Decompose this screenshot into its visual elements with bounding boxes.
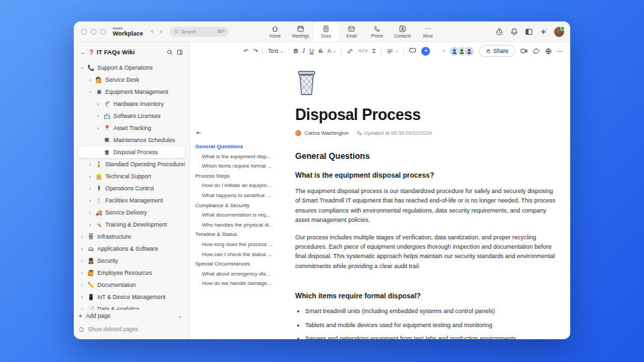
- nav-forward-icon[interactable]: ›: [160, 28, 162, 35]
- close-window-button[interactable]: [81, 29, 87, 35]
- user-avatar[interactable]: [554, 27, 564, 37]
- sidebar-item-documentation[interactable]: ›✏️Documentation: [78, 279, 185, 291]
- show-deleted-pages-button[interactable]: Show deleted pages: [78, 323, 185, 335]
- clock-icon[interactable]: [495, 27, 504, 36]
- sidebar-item-security[interactable]: ›💂Security: [78, 255, 185, 267]
- text-style-dropdown[interactable]: Text ⌄: [268, 48, 283, 54]
- tab-home[interactable]: Home: [262, 21, 288, 42]
- toc-item-what-documentation-is-req[interactable]: What documentation is req...: [195, 210, 293, 221]
- chevron-right-icon[interactable]: ›: [79, 282, 85, 288]
- sidebar-item-facilities-management[interactable]: ›🍴Facilities Management: [78, 194, 185, 206]
- tab-docs[interactable]: Docs: [313, 21, 339, 42]
- global-search-input[interactable]: Search ⌘F: [170, 27, 229, 37]
- toc-item-what-is-the-equipment-disp[interactable]: What is the equipment disp...: [195, 152, 293, 162]
- sidebar-search-icon[interactable]: [166, 49, 173, 56]
- add-page-button[interactable]: + Add page ⌄: [78, 310, 185, 322]
- sidebar-item-asset-tracking[interactable]: ›📍Asset Tracking: [78, 122, 185, 134]
- toc-item-general-questions[interactable]: General Questions: [195, 142, 293, 152]
- collapse-outline-icon[interactable]: ⇤: [197, 129, 293, 136]
- tab-phone[interactable]: Phone: [364, 21, 390, 42]
- sidebar-item-service-delivery[interactable]: ›🚚Service Delivery: [78, 206, 185, 219]
- video-camera-icon[interactable]: [520, 47, 528, 55]
- chevron-right-icon[interactable]: ›: [87, 77, 93, 83]
- toc-item-how-long-does-the-process[interactable]: How long does the process ...: [195, 240, 293, 250]
- toc-item-compliance-security[interactable]: Compliance & Security: [195, 201, 293, 211]
- link-icon[interactable]: [346, 48, 354, 55]
- toc-item-who-handles-the-physical-di[interactable]: Who handles the physical di...: [195, 221, 293, 231]
- chevron-right-icon[interactable]: ›: [87, 222, 93, 228]
- sidebar-item-software-licenses[interactable]: ›📇Software Licenses: [78, 110, 185, 122]
- chevron-right-icon[interactable]: ›: [87, 162, 93, 168]
- chevron-right-icon[interactable]: ›: [79, 234, 85, 240]
- sidebar-panel-icon[interactable]: [176, 49, 183, 56]
- redo-icon[interactable]: ↷: [253, 48, 258, 54]
- chevron-right-icon[interactable]: ›: [79, 258, 85, 264]
- minimize-window-button[interactable]: [91, 29, 97, 35]
- chevron-right-icon[interactable]: ›: [87, 198, 93, 204]
- strikethrough-button[interactable]: S: [319, 48, 323, 54]
- chevron-right-icon[interactable]: ›: [79, 246, 85, 252]
- undo-icon[interactable]: ↶: [244, 48, 248, 54]
- align-dropdown[interactable]: ⌄: [386, 48, 399, 55]
- chevron-right-icon[interactable]: ›: [95, 101, 101, 107]
- add-page-chevron-down-icon[interactable]: ⌄: [178, 313, 182, 319]
- toc-item-process-steps[interactable]: Process Steps: [195, 172, 293, 182]
- sidebar-item-infrastructure[interactable]: ›🗄Infrastructure: [78, 231, 185, 243]
- tab-more[interactable]: ⋯ More: [415, 21, 441, 42]
- toc-item-what-about-emergency-dis[interactable]: What about emergency dis...: [195, 269, 293, 280]
- sidebar-item-standard-operating-procedures[interactable]: ›🚶Standard Operating Procedures: [78, 158, 185, 170]
- collapse-toolbar-icon[interactable]: ^: [443, 48, 445, 54]
- chevron-right-icon[interactable]: ›: [87, 210, 93, 216]
- sidebar-item-disposal-process[interactable]: ›🗑Disposal Process: [78, 146, 185, 158]
- toc-item-special-circumstances[interactable]: Special Circumstances: [195, 259, 293, 269]
- toc-item-how-do-we-handle-damage[interactable]: How do we handle damage...: [195, 279, 293, 289]
- notifications-bell-icon[interactable]: [510, 27, 519, 36]
- chevron-down-icon[interactable]: ›: [87, 89, 93, 95]
- text-color-dropdown[interactable]: A ⌄: [327, 48, 337, 54]
- sidebar-item-support-operations[interactable]: ›📞Support & Operations: [78, 62, 185, 74]
- sidebar-item-operations-control[interactable]: ›🕴Operations Control: [78, 182, 185, 194]
- sidebar-item-data-analytics[interactable]: ›📈Data & Analytics: [78, 303, 185, 310]
- share-button[interactable]: Share: [479, 45, 515, 57]
- sidebar-item-iot-device-management[interactable]: ›📱IoT & Device Management: [78, 291, 185, 303]
- sidebar-item-training-development[interactable]: ›🤸Training & Development: [78, 219, 185, 231]
- underline-button[interactable]: U: [309, 48, 314, 54]
- chat-bubble-icon[interactable]: [533, 48, 540, 55]
- chevron-down-icon[interactable]: ›: [79, 65, 85, 70]
- bold-button[interactable]: B: [294, 48, 299, 54]
- sidebar-item-maintenance-schedules[interactable]: ›🛠Maintenance Schedules: [78, 134, 185, 146]
- toc-item-how-can-i-check-the-status[interactable]: How can I check the status ...: [195, 250, 293, 260]
- sidebar-item-service-desk[interactable]: ›💁Service Desk: [78, 74, 185, 86]
- chevron-right-icon[interactable]: ›: [87, 174, 93, 180]
- toc-item-how-do-i-initiate-an-equipm[interactable]: How do I initiate an equipm...: [195, 181, 293, 191]
- toc-item-what-happens-to-sensitive[interactable]: What happens to sensitive ...: [195, 191, 293, 201]
- tab-contacts[interactable]: Contacts: [390, 21, 415, 42]
- insert-plus-button[interactable]: +: [421, 47, 430, 56]
- collaborator-avatars[interactable]: [449, 46, 474, 56]
- ai-companion-sparkle-icon[interactable]: [539, 27, 548, 36]
- sidebar-item-technical-support[interactable]: ›👷Technical Support: [78, 170, 185, 182]
- sidebar-item-hardware-inventory[interactable]: ›🦿Hardware Inventory: [78, 98, 185, 110]
- toolbar-more-icon[interactable]: ⋯: [557, 48, 564, 55]
- trash-doc-emoji-icon[interactable]: [295, 69, 318, 96]
- toc-item-timeline-status[interactable]: Timeline & Status: [195, 230, 293, 240]
- chevron-right-icon[interactable]: ›: [79, 294, 85, 300]
- toc-item-which-items-require-formal[interactable]: Which items require formal ...: [195, 162, 293, 172]
- tab-email[interactable]: Email: [339, 21, 364, 42]
- zoom-window-button[interactable]: [100, 29, 106, 35]
- globe-icon[interactable]: [545, 48, 552, 55]
- code-icon[interactable]: </>: [358, 48, 368, 54]
- equation-icon[interactable]: Σ: [372, 48, 376, 54]
- chevron-right-icon[interactable]: ›: [87, 186, 93, 192]
- chevron-right-icon[interactable]: ›: [95, 113, 101, 119]
- tab-meetings[interactable]: Meetings: [288, 21, 313, 42]
- sidebar-item-applications-software[interactable]: ›🗂Applications & Software: [78, 243, 185, 255]
- chevron-right-icon[interactable]: ›: [95, 125, 101, 131]
- wiki-back-icon[interactable]: ←: [80, 49, 86, 56]
- nav-back-icon[interactable]: ‹: [151, 28, 153, 35]
- italic-button[interactable]: I: [303, 48, 305, 54]
- side-panel-icon[interactable]: [525, 27, 533, 36]
- comment-icon[interactable]: [409, 47, 417, 55]
- chevron-right-icon[interactable]: ›: [79, 270, 85, 276]
- sidebar-item-employee-resources[interactable]: ›🙋Employee Resources: [78, 267, 185, 279]
